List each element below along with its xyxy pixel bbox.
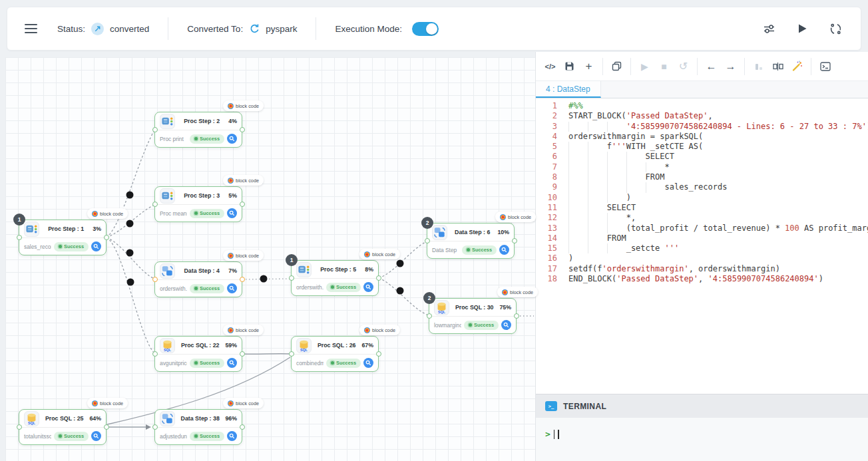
block-code-chip[interactable]: block code: [223, 398, 264, 408]
terminal-icon[interactable]: [816, 57, 834, 75]
block-code-chip[interactable]: block code: [87, 398, 128, 408]
block-code-label: block code: [236, 178, 259, 184]
code-line[interactable]: 12*,: [536, 213, 868, 223]
node-view-button[interactable]: [227, 208, 237, 218]
input-port[interactable]: [152, 202, 158, 207]
save-icon[interactable]: [560, 57, 578, 75]
execution-mode-toggle[interactable]: [412, 22, 439, 36]
node-view-button[interactable]: [363, 282, 373, 292]
node-view-button[interactable]: [501, 320, 511, 330]
code-line[interactable]: 9sales_records: [536, 182, 868, 192]
graph-node-proc-step-2[interactable]: block codeProc Step : 24%Proc printSucce…: [154, 112, 242, 148]
graph-node-data-step-38[interactable]: block codeData Step : 3896%adjustedunit.…: [154, 409, 242, 445]
tab-datastep[interactable]: 4 : DataStep: [536, 81, 601, 98]
terminal-body[interactable]: >: [536, 418, 868, 461]
node-view-button[interactable]: [91, 431, 101, 441]
code-line[interactable]: 15_setcte ''': [536, 243, 868, 253]
output-port[interactable]: [104, 424, 109, 430]
hamburger-menu-icon[interactable]: [25, 24, 37, 33]
code-line[interactable]: 5f'''WITH _setCTE AS(: [536, 142, 868, 152]
copy-icon[interactable]: [608, 57, 626, 75]
code-line[interactable]: 4orderswithmargin = sparkSQL(: [536, 132, 868, 142]
block-code-chip[interactable]: block code: [223, 325, 264, 335]
terminal-header[interactable]: >_ TERMINAL: [536, 394, 868, 418]
graph-node-proc-step-1[interactable]: 1block codeProc Step : 13%sales_recordsS…: [19, 220, 107, 255]
code-line[interactable]: 2START_BLOCK('Passed DataStep',: [536, 111, 868, 121]
pipeline-canvas[interactable]: 1block codeProc Step : 13%sales_recordsS…: [5, 57, 535, 461]
indent-guide: [588, 162, 607, 172]
block-code-chip[interactable]: block code: [87, 208, 128, 219]
code-line[interactable]: 18END_BLOCK('Passed DataStep', '4:585990…: [536, 274, 868, 284]
node-view-button[interactable]: [499, 245, 509, 255]
graph-node-proc-sql-30[interactable]: 2block codeSQLProc SQL : 3075%lowmargino…: [429, 298, 517, 334]
code-line[interactable]: 16): [536, 253, 868, 263]
graph-node-proc-step-3[interactable]: block codeProc Step : 35%Proc meansSucce…: [154, 186, 242, 222]
output-port[interactable]: [240, 127, 245, 132]
output-port[interactable]: [104, 235, 109, 240]
compare-icon[interactable]: [769, 57, 787, 75]
graph-node-proc-sql-26[interactable]: block codeSQLProc SQL : 2667%combinedm..…: [291, 336, 379, 372]
code-line[interactable]: 13(total_profit / total_revenue) * 100 A…: [536, 224, 868, 233]
input-port[interactable]: [152, 127, 158, 132]
input-port[interactable]: [152, 424, 158, 430]
magic-wand-icon[interactable]: [788, 57, 806, 75]
code-icon[interactable]: </>: [541, 57, 559, 75]
run-icon[interactable]: [794, 21, 810, 37]
output-port[interactable]: [376, 275, 381, 281]
code-line[interactable]: 8FROM: [536, 172, 868, 182]
node-footer: totalunitssol...Success: [19, 428, 106, 444]
output-port[interactable]: [240, 424, 245, 430]
block-code-chip[interactable]: block code: [497, 287, 538, 297]
output-port[interactable]: [240, 277, 245, 282]
proc-sql-icon: SQL: [160, 339, 174, 353]
output-port[interactable]: [512, 238, 517, 243]
code-line[interactable]: 1#%%: [536, 101, 868, 111]
filter-sliders-icon[interactable]: [761, 21, 777, 37]
node-view-button[interactable]: [227, 283, 237, 293]
node-footer: Proc printSuccess: [155, 130, 242, 147]
block-code-chip[interactable]: block code: [223, 175, 264, 186]
block-code-chip[interactable]: block code: [495, 212, 536, 222]
code-line[interactable]: 11SELECT: [536, 203, 868, 213]
input-port[interactable]: [427, 313, 432, 319]
node-view-button[interactable]: [227, 431, 237, 441]
block-code-label: block code: [236, 400, 259, 406]
code-line[interactable]: 7*: [536, 162, 868, 172]
input-port[interactable]: [425, 238, 430, 243]
code-line[interactable]: 6SELECT: [536, 152, 868, 162]
node-dataset-label: Proc means: [160, 210, 187, 217]
node-view-button[interactable]: [227, 358, 237, 368]
node-view-button[interactable]: [91, 241, 101, 251]
code-line[interactable]: 10): [536, 193, 868, 203]
line-number: 3: [536, 122, 557, 132]
node-view-button[interactable]: [227, 134, 237, 144]
code-line[interactable]: 3'4:5859907074586240894 - Lines: 6 - 27 …: [536, 122, 868, 132]
input-port[interactable]: [289, 351, 294, 357]
code-line[interactable]: 17setdf(f'orderswithmargin', orderswithm…: [536, 264, 868, 274]
input-port[interactable]: [152, 277, 158, 282]
graph-node-proc-sql-22[interactable]: block codeSQLProc SQL : 2259%avgunitpric…: [154, 336, 242, 372]
output-port[interactable]: [240, 202, 245, 207]
output-port[interactable]: [376, 351, 381, 357]
input-port[interactable]: [289, 275, 294, 281]
graph-node-proc-sql-25[interactable]: block codeSQLProc SQL : 2564%totalunitss…: [19, 409, 107, 445]
input-port[interactable]: [152, 351, 158, 357]
code-editor[interactable]: 1#%%2START_BLOCK('Passed DataStep',3'4:5…: [536, 98, 868, 394]
graph-node-data-step-6[interactable]: 2block codeData Step : 610%Data StepSucc…: [427, 223, 515, 259]
rescan-icon[interactable]: [827, 21, 843, 37]
node-view-button[interactable]: [363, 358, 373, 368]
block-code-chip[interactable]: block code: [223, 100, 264, 111]
graph-node-data-step-4[interactable]: block codeData Step : 47%orderswith...Su…: [154, 261, 242, 297]
graph-node-proc-step-5[interactable]: 1block codeProc Step : 58%orderswith...S…: [291, 260, 379, 296]
back-icon[interactable]: ←: [702, 57, 720, 75]
output-port[interactable]: [514, 313, 519, 319]
input-port[interactable]: [17, 424, 22, 430]
block-code-chip[interactable]: block code: [359, 249, 400, 259]
code-line[interactable]: 14FROM: [536, 233, 868, 243]
output-port[interactable]: [240, 351, 245, 357]
input-port[interactable]: [17, 235, 22, 240]
block-code-chip[interactable]: block code: [359, 325, 400, 335]
forward-icon[interactable]: →: [722, 57, 740, 75]
add-icon[interactable]: +: [580, 57, 598, 75]
block-code-chip[interactable]: block code: [223, 250, 264, 261]
